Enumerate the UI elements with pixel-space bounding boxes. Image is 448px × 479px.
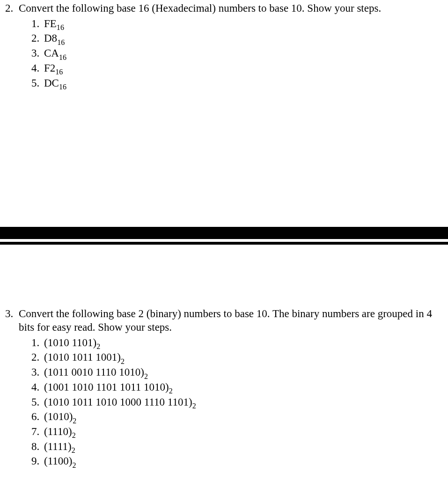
question-2: Convert the following base 16 (Hexadecim… — [16, 2, 442, 91]
binary-value: (1011 0010 1110 1010) — [44, 366, 144, 378]
page-bottom: Convert the following base 2 (binary) nu… — [0, 305, 448, 474]
binary-value: (1111) — [44, 441, 72, 452]
hex-value: FE — [44, 18, 57, 29]
binary-value: (1110) — [44, 426, 72, 437]
list-item: (1011 0010 1110 1010)2 — [42, 366, 442, 381]
list-item: (1100)2 — [42, 455, 442, 470]
list-item: (1111)2 — [42, 440, 442, 455]
base-subscript: 2 — [73, 417, 76, 425]
list-item: D816 — [42, 32, 442, 47]
binary-value: (1100) — [44, 455, 72, 467]
base-subscript: 2 — [192, 402, 196, 410]
hex-value: CA — [44, 47, 59, 59]
base-subscript: 16 — [59, 53, 66, 61]
page-top: Convert the following base 16 (Hexadecim… — [0, 0, 448, 96]
list-item: (1010 1011 1001)2 — [42, 351, 442, 366]
hex-value: DC — [44, 77, 59, 89]
list-item: (1010)2 — [42, 410, 442, 425]
base-subscript: 2 — [169, 387, 173, 395]
question-list-bottom: Convert the following base 2 (binary) nu… — [0, 307, 442, 470]
list-item: (1010 1101)2 — [42, 336, 442, 351]
base-subscript: 2 — [72, 431, 76, 439]
binary-value: (1010) — [44, 411, 73, 422]
list-item: CA16 — [42, 47, 442, 62]
base-subscript: 16 — [57, 38, 65, 46]
binary-value: (1001 1010 1101 1011 1010) — [44, 381, 169, 393]
list-item: (1001 1010 1101 1011 1010)2 — [42, 381, 442, 396]
hex-value: F2 — [44, 62, 55, 74]
question-2-items: FE16 D816 CA16 F216 DC16 — [19, 17, 442, 92]
base-subscript: 2 — [96, 342, 100, 350]
question-3-items: (1010 1101)2 (1010 1011 1001)2 (1011 001… — [19, 336, 442, 470]
question-2-prompt: Convert the following base 16 (Hexadecim… — [19, 2, 442, 15]
list-item: DC16 — [42, 77, 442, 92]
binary-value: (1010 1101) — [44, 337, 96, 348]
list-item: F216 — [42, 62, 442, 77]
list-item: (1110)2 — [42, 425, 442, 440]
page-separator-bar — [0, 227, 448, 239]
hex-value: D8 — [44, 32, 57, 44]
base-subscript: 16 — [57, 23, 64, 31]
list-item: (1010 1011 1010 1000 1110 1101)2 — [42, 396, 442, 411]
base-subscript: 16 — [59, 83, 66, 91]
question-3-prompt: Convert the following base 2 (binary) nu… — [19, 307, 442, 334]
base-subscript: 2 — [144, 372, 148, 380]
base-subscript: 2 — [72, 461, 76, 469]
base-subscript: 2 — [121, 357, 125, 365]
blank-space — [0, 96, 448, 227]
base-subscript: 2 — [72, 446, 75, 454]
binary-value: (1010 1011 1010 1000 1110 1101) — [44, 396, 192, 408]
blank-space — [0, 245, 448, 305]
question-3: Convert the following base 2 (binary) nu… — [16, 307, 442, 470]
list-item: FE16 — [42, 17, 442, 32]
binary-value: (1010 1011 1001) — [44, 351, 121, 363]
base-subscript: 16 — [55, 68, 63, 76]
question-list-top: Convert the following base 16 (Hexadecim… — [0, 2, 442, 91]
